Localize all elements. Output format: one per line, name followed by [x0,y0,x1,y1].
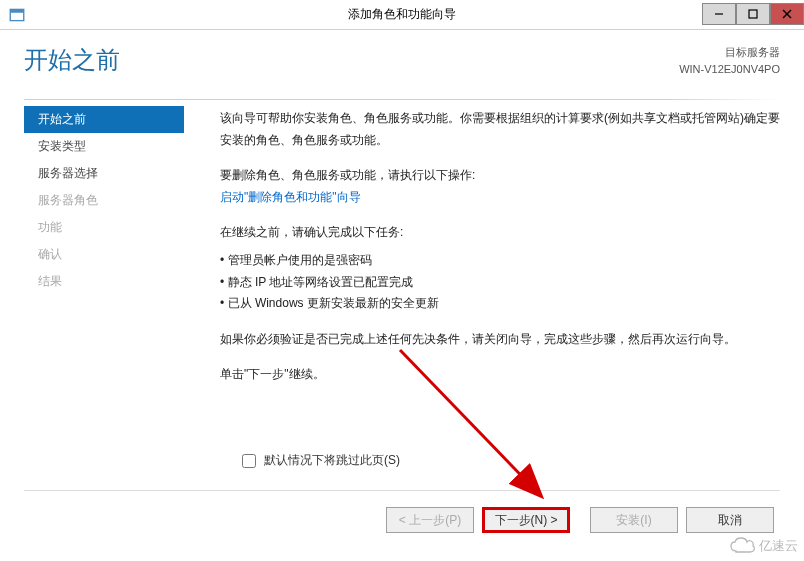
skip-page-checkbox[interactable] [242,454,256,468]
task-item: 管理员帐户使用的是强密码 [220,250,780,272]
tasks-list: 管理员帐户使用的是强密码 静态 IP 地址等网络设置已配置完成 已从 Windo… [220,250,780,315]
body: 开始之前 安装类型 服务器选择 服务器角色 功能 确认 结果 该向导可帮助你安装… [0,100,804,480]
sidebar-item-install-type[interactable]: 安装类型 [24,133,184,160]
sidebar: 开始之前 安装类型 服务器选择 服务器角色 功能 确认 结果 [24,100,184,480]
sidebar-item-server-selection[interactable]: 服务器选择 [24,160,184,187]
window-controls [702,5,804,25]
cloud-icon [729,537,755,555]
skip-page-checkbox-row[interactable]: 默认情况下将跳过此页(S) [242,452,400,469]
target-value: WIN-V12EJ0NV4PO [679,61,780,78]
watermark: 亿速云 [729,537,798,555]
validation-note: 如果你必须验证是否已完成上述任何先决条件，请关闭向导，完成这些步骤，然后再次运行… [220,329,780,351]
titlebar: 添加角色和功能向导 [0,0,804,30]
remove-label: 要删除角色、角色服务或功能，请执行以下操作: [220,165,780,187]
svg-rect-1 [10,9,24,12]
cancel-button[interactable]: 取消 [686,507,774,533]
skip-page-label: 默认情况下将跳过此页(S) [264,452,400,469]
task-item: 静态 IP 地址等网络设置已配置完成 [220,272,780,294]
intro-text: 该向导可帮助你安装角色、角色服务或功能。你需要根据组织的计算要求(例如共享文档或… [220,108,780,151]
remove-wizard-link[interactable]: 启动"删除角色和功能"向导 [220,187,780,209]
sidebar-item-confirm: 确认 [24,241,184,268]
target-label: 目标服务器 [679,44,780,61]
watermark-text: 亿速云 [759,537,798,555]
continue-note: 单击"下一步"继续。 [220,364,780,386]
previous-button: < 上一步(P) [386,507,474,533]
button-bar: < 上一步(P) 下一步(N) > 安装(I) 取消 [386,507,774,533]
sidebar-item-server-roles: 服务器角色 [24,187,184,214]
sidebar-item-features: 功能 [24,214,184,241]
tasks-label: 在继续之前，请确认完成以下任务: [220,222,780,244]
minimize-button[interactable] [702,3,736,25]
target-server-info: 目标服务器 WIN-V12EJ0NV4PO [679,44,780,77]
app-icon [8,6,26,24]
sidebar-item-results: 结果 [24,268,184,295]
main-content: 该向导可帮助你安装角色、角色服务或功能。你需要根据组织的计算要求(例如共享文档或… [184,100,780,480]
svg-rect-3 [749,10,757,18]
window-title: 添加角色和功能向导 [348,6,456,23]
close-button[interactable] [770,3,804,25]
sidebar-item-before-you-begin[interactable]: 开始之前 [24,106,184,133]
maximize-button[interactable] [736,3,770,25]
install-button: 安装(I) [590,507,678,533]
task-item: 已从 Windows 更新安装最新的安全更新 [220,293,780,315]
page-title: 开始之前 [24,44,120,76]
next-button[interactable]: 下一步(N) > [482,507,570,533]
header: 开始之前 目标服务器 WIN-V12EJ0NV4PO [0,30,804,99]
footer-separator [24,490,780,491]
